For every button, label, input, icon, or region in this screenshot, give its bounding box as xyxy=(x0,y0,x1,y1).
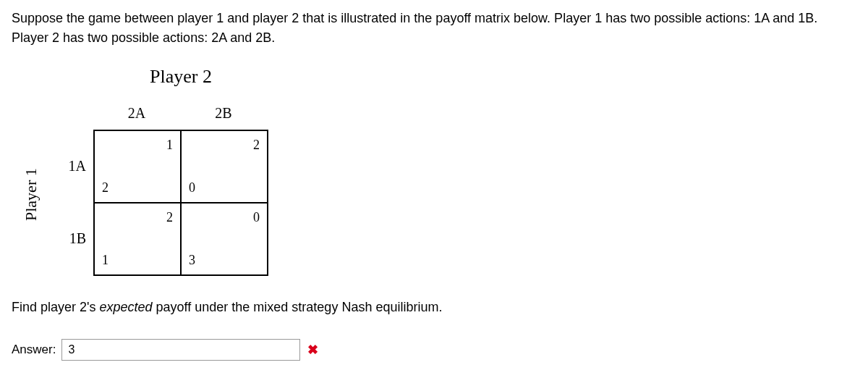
col-header-2b: 2B xyxy=(180,96,267,130)
payoff-matrix: Player 1 Player 2 2A 2B 1A 1B 1 2 2 0 xyxy=(19,62,856,276)
p1-payoff: 2 xyxy=(102,178,109,198)
incorrect-icon: ✖ xyxy=(307,340,318,360)
answer-row: Answer: ✖ xyxy=(12,339,856,361)
player1-axis-label: Player 1 xyxy=(19,122,43,267)
row-header-1a: 1A xyxy=(50,130,93,202)
cell-1b-2a: 2 1 xyxy=(94,203,181,275)
player2-axis-label: Player 2 xyxy=(50,62,268,91)
col-header-2a: 2A xyxy=(93,96,180,130)
cell-1a-2b: 2 0 xyxy=(181,130,268,203)
question-text: Find player 2's expected payoff under th… xyxy=(12,298,856,317)
cell-1a-2a: 1 2 xyxy=(94,130,181,203)
p2-payoff: 0 xyxy=(253,208,260,227)
p2-payoff: 1 xyxy=(166,135,173,155)
p1-payoff: 3 xyxy=(189,251,195,270)
p2-payoff: 2 xyxy=(166,208,173,227)
cell-1b-2b: 0 3 xyxy=(181,203,268,275)
intro-text: Suppose the game between player 1 and pl… xyxy=(12,9,856,48)
answer-input[interactable] xyxy=(61,339,300,361)
p2-payoff: 2 xyxy=(253,135,260,155)
question-suffix: payoff under the mixed strategy Nash equ… xyxy=(153,300,443,314)
question-prefix: Find player 2's xyxy=(12,300,100,314)
answer-label: Answer: xyxy=(12,340,56,359)
p1-payoff: 0 xyxy=(189,178,195,198)
payoff-grid: 1 2 2 0 2 1 0 3 xyxy=(93,130,268,276)
p1-payoff: 1 xyxy=(102,251,109,270)
question-italic: expected xyxy=(100,300,153,314)
row-header-1b: 1B xyxy=(50,202,93,274)
